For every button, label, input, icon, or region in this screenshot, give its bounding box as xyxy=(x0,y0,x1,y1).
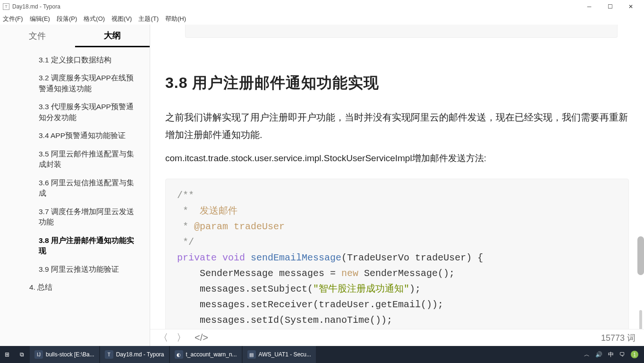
outline-item-active[interactable]: 3.8 用户注册邮件通知功能实现 xyxy=(0,232,150,260)
tab-files[interactable]: 文件 xyxy=(0,25,75,47)
editor-pane: 3.8 用户注册邮件通知功能实现 之前我们讲解实现了用户注册即开户功能，当时并没… xyxy=(150,25,644,346)
menu-paragraph[interactable]: 段落(P) xyxy=(57,15,77,23)
tray-notifications-icon[interactable]: 🗨 xyxy=(619,351,625,358)
scrollbar-thumb[interactable] xyxy=(637,236,644,275)
code-keyword: private xyxy=(177,252,217,263)
code-text: (TradeUserVo tradeUser) { xyxy=(341,252,483,263)
outline-list: 3.1 定义接口数据结构 3.2 调度服务实现APP在线预警通知推送功能 3.3… xyxy=(0,47,150,346)
outline-item[interactable]: 4. 总结 xyxy=(0,278,150,296)
app-icon: IJ xyxy=(34,350,43,359)
taskview-icon: ⧉ xyxy=(20,351,24,358)
outline-item[interactable]: 3.9 阿里云推送功能验证 xyxy=(0,260,150,278)
menu-format[interactable]: 格式(O) xyxy=(84,15,105,23)
document-content[interactable]: 3.8 用户注册邮件通知功能实现 之前我们讲解实现了用户注册即开户功能，当时并没… xyxy=(150,25,644,329)
menu-bar: 文件(F) 编辑(E) 段落(P) 格式(O) 视图(V) 主题(T) 帮助(H… xyxy=(0,13,644,25)
menu-theme[interactable]: 主题(T) xyxy=(138,15,159,23)
scrollbar-mark xyxy=(639,310,642,329)
window-titlebar: T Day18.md - Typora ─ ☐ ✕ xyxy=(0,0,644,13)
code-text: messages.setSubject( xyxy=(177,284,313,294)
menu-help[interactable]: 帮助(H) xyxy=(165,15,186,23)
close-button[interactable]: ✕ xyxy=(620,0,641,13)
code-comment: * xyxy=(177,206,200,216)
tray-chevron-icon[interactable]: ︿ xyxy=(584,351,590,359)
prev-code-block-tail xyxy=(185,25,618,38)
outline-item[interactable]: 3.6 阿里云短信推送配置与集成 xyxy=(0,174,150,203)
taskbar-label: Day18.md - Typora xyxy=(116,351,164,358)
menu-file[interactable]: 文件(F) xyxy=(3,15,23,23)
code-text: ); xyxy=(409,284,421,294)
app-icon: T xyxy=(3,3,9,10)
taskbar-label: AWS_UAT1 - Secu... xyxy=(259,351,311,358)
outline-item[interactable]: 3.2 调度服务实现APP在线预警通知推送功能 xyxy=(0,69,150,98)
code-text: SenderMessage(); xyxy=(358,268,455,279)
code-text: SenderMessage messages = xyxy=(177,268,341,279)
sidebar: 文件 大纲 3.1 定义接口数据结构 3.2 调度服务实现APP在线预警通知推送… xyxy=(0,25,150,346)
outline-item[interactable]: 3.5 阿里云邮件推送配置与集成封装 xyxy=(0,145,150,174)
code-block[interactable]: /** * 发送邮件 * @param tradeUser */ private… xyxy=(165,179,629,329)
outline-item[interactable]: 3.4 APP预警通知功能验证 xyxy=(0,127,150,145)
maximize-button[interactable]: ☐ xyxy=(600,0,620,13)
code-text: messages.setId(System.nanoTime()); xyxy=(177,315,392,326)
code-comment-text: 发送邮件 xyxy=(200,206,237,216)
outline-item[interactable]: 3.7 调度任务增加阿里云发送功能 xyxy=(0,203,150,232)
window-title: Day18.md - Typora xyxy=(12,3,60,10)
taskbar-item[interactable]: ◐t_account_warn_n... xyxy=(170,346,242,363)
code-method: sendEmailMessage xyxy=(251,252,341,263)
menu-edit[interactable]: 编辑(E) xyxy=(30,15,50,23)
taskbar-item[interactable]: IJbulls-stock [E:\Ba... xyxy=(30,346,99,363)
menu-view[interactable]: 视图(V) xyxy=(111,15,132,23)
code-string: "智牛股注册成功通知" xyxy=(313,284,409,294)
terminal-icon: ▤ xyxy=(247,350,256,359)
sidebar-tabs: 文件 大纲 xyxy=(0,25,150,47)
code-comment: */ xyxy=(177,237,194,248)
db-icon: ◐ xyxy=(175,350,183,359)
start-button[interactable]: ⊞ xyxy=(0,346,14,363)
code-comment: /** xyxy=(177,190,194,201)
outline-item[interactable]: 3.1 定义接口数据结构 xyxy=(0,51,150,69)
taskbar-label: t_account_warn_n... xyxy=(186,351,237,358)
toggle-source-icon[interactable]: </> xyxy=(195,332,208,343)
paragraph-api: com.itcast.trade.stock.user.service.impl… xyxy=(165,152,629,164)
code-keyword: void xyxy=(222,252,245,263)
windows-icon: ⊞ xyxy=(5,351,9,358)
tab-outline[interactable]: 大纲 xyxy=(75,25,150,47)
tray-ime[interactable]: 中 xyxy=(608,351,614,359)
code-comment: * xyxy=(177,221,194,232)
paragraph: 之前我们讲解实现了用户注册即开户功能，当时并没有实现阿里云的邮件发送，现在已经实… xyxy=(165,109,629,144)
minimize-button[interactable]: ─ xyxy=(579,0,600,13)
taskbar-label: bulls-stock [E:\Ba... xyxy=(46,351,94,358)
main-area: 文件 大纲 3.1 定义接口数据结构 3.2 调度服务实现APP在线预警通知推送… xyxy=(0,25,644,346)
taskbar-item[interactable]: TDay18.md - Typora xyxy=(100,346,169,363)
typora-icon: T xyxy=(105,350,113,359)
nav-back-icon[interactable]: 〈 xyxy=(159,331,168,344)
code-text: messages.setReceiver(tradeUser.getEmail(… xyxy=(177,299,443,310)
tray-badge: 1 xyxy=(631,351,638,358)
section-heading: 3.8 用户注册邮件通知功能实现 xyxy=(165,73,629,94)
windows-taskbar: ⊞ ⧉ IJbulls-stock [E:\Ba... TDay18.md - … xyxy=(0,346,644,363)
word-count[interactable]: 15773 词 xyxy=(601,332,636,344)
code-keyword: new xyxy=(341,268,358,279)
taskbar-item[interactable]: ▤AWS_UAT1 - Secu... xyxy=(243,346,316,363)
code-doc-tag: @param tradeUser xyxy=(194,221,285,232)
tray-volume-icon[interactable]: 🔊 xyxy=(595,351,602,358)
system-tray[interactable]: ︿ 🔊 中 🗨 1 xyxy=(578,351,644,359)
nav-forward-icon[interactable]: 〉 xyxy=(177,331,186,344)
taskview-button[interactable]: ⧉ xyxy=(15,346,29,363)
editor-footer: 〈 〉 </> 15773 词 xyxy=(150,329,644,346)
outline-item[interactable]: 3.3 代理服务实现APP预警通知分发功能 xyxy=(0,98,150,127)
